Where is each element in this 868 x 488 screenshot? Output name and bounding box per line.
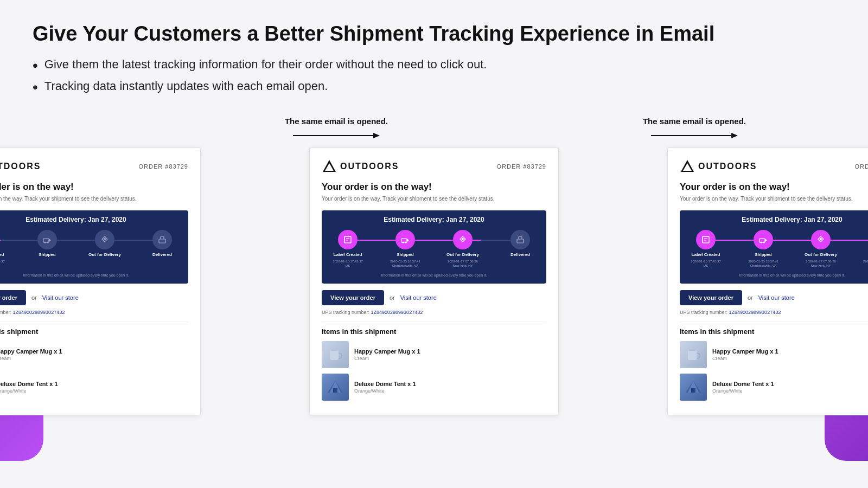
step-4-2: Delivered (504, 230, 537, 258)
svg-rect-22 (344, 236, 351, 243)
tracking-title-2: Estimated Delivery: Jan 27, 2020 (329, 216, 539, 223)
svg-point-27 (402, 242, 404, 243)
view-order-button-1[interactable]: View your order (0, 290, 26, 305)
steps-container-1: Label Created 2020-01-25 17:45:37US Sh (0, 230, 181, 268)
items-section-3: Items in this shipment Happy Camper Mug … (680, 322, 868, 401)
step-circle-2-1 (37, 230, 57, 249)
arrow-label-1: The same email is opened. (282, 112, 391, 142)
visit-store-link-2[interactable]: Visit our store (400, 294, 437, 301)
step-3-2: Out for Delivery 2020-01-27 07:08:26New … (446, 230, 479, 268)
header-section: Give Your Customers a Better Shipment Tr… (33, 22, 835, 96)
action-row-1[interactable]: View your order or Visit our store (0, 290, 188, 305)
svg-rect-14 (159, 239, 165, 243)
step-2-1: Shipped (31, 230, 63, 258)
item-row-mug-3: Happy Camper Mug x 1 Cream (680, 341, 868, 368)
svg-marker-10 (49, 239, 51, 242)
brand-logo-1: OUTDOORS (0, 159, 41, 174)
item-variant-tent-1: Orange/White (0, 388, 188, 394)
arrow-label-2: The same email is opened. (640, 112, 749, 142)
order-number-2: ORDER #83729 (497, 163, 547, 170)
svg-rect-38 (703, 236, 709, 243)
item-thumb-tent-3 (680, 374, 707, 401)
email-card-1: OUTDOORS ORDER #83729 Your order is on t… (0, 147, 201, 415)
step-detail-1-2: 2020-01-25 17:45:37US (333, 259, 363, 268)
arrow-label-text-2: The same email is opened. (643, 117, 746, 126)
item-row-mug-2: Happy Camper Mug x 1 Cream (322, 341, 546, 368)
visit-store-link-1[interactable]: Visit our store (42, 294, 79, 301)
email-header-2: OUTDOORS ORDER #83729 (322, 159, 546, 174)
svg-point-29 (462, 238, 464, 240)
item-name-tent-3: Deluxe Dome Tent x 1 (712, 381, 868, 387)
tracking-title-3: Estimated Delivery: Jan 27, 2020 (687, 216, 868, 223)
or-text-2: or (390, 294, 395, 301)
email-header-3: OUTDOORS ORDER #83729 (680, 159, 868, 174)
tracking-number-value-3[interactable]: 1Z84900298993027432 (729, 310, 781, 315)
tracking-number-value-2[interactable]: 1Z84900298993027432 (371, 310, 423, 315)
panel-2-wrapper: OUTDOORS ORDER #83729 Your order is on t… (309, 147, 559, 415)
arrow-label-text-1: The same email is opened. (285, 117, 388, 126)
tracking-number-value-1[interactable]: 1Z84900298993027432 (13, 310, 65, 315)
tracking-footer-2: Information in this email will be update… (329, 273, 539, 277)
brand-name-3: OUTDOORS (698, 162, 757, 171)
item-variant-tent-3: Orange/White (712, 388, 868, 394)
page-wrapper: Give Your Customers a Better Shipment Tr… (0, 0, 868, 488)
mug-image-2 (326, 345, 345, 364)
svg-marker-3 (731, 133, 738, 138)
delivery-icon-1 (100, 235, 110, 245)
action-row-2[interactable]: View your order or Visit our store (322, 290, 546, 305)
label-icon-3 (701, 235, 711, 245)
tracking-block-2: Estimated Delivery: Jan 27, 2020 Label C… (322, 210, 546, 284)
action-row-3[interactable]: View your order or Visit our store (680, 290, 868, 305)
item-variant-mug-2: Cream (354, 356, 546, 361)
svg-rect-31 (330, 350, 339, 360)
step-circle-3-1 (95, 230, 114, 249)
tracking-label-3: UPS tracking number: (680, 310, 727, 315)
step-circle-4-1 (152, 230, 172, 249)
item-info-mug-1: Happy Camper Mug x 1 Cream (0, 348, 188, 361)
svg-rect-51 (691, 388, 695, 393)
tracking-number-1: UPS tracking number: 1Z84900298993027432 (0, 310, 188, 315)
step-circle-3-2 (453, 230, 473, 249)
step-circle-2-2 (395, 230, 415, 249)
step-2-2: Shipped 2020-01-25 18:57:41Charlottesvil… (389, 230, 422, 268)
tracking-footer-3: Information in this email will be update… (687, 273, 868, 277)
item-info-mug-3: Happy Camper Mug x 1 Cream (712, 348, 868, 361)
svg-rect-48 (689, 349, 695, 351)
tent-image-2 (326, 377, 345, 397)
step-circle-3-3 (811, 230, 831, 249)
step-label-2-1: Shipped (39, 252, 56, 258)
item-name-mug-1: Happy Camper Mug x 1 (0, 348, 188, 355)
svg-point-44 (763, 242, 764, 243)
step-detail-2-3: 2020-01-25 18:57:41Charlottesville, VA (748, 259, 778, 268)
svg-point-28 (405, 242, 406, 243)
item-row-mug-1: Happy Camper Mug x 1 Cream (0, 341, 188, 368)
email-header-1: OUTDOORS ORDER #83729 (0, 159, 188, 174)
mug-image-3 (684, 345, 703, 364)
demo-section: The same email is opened. The same email… (33, 112, 835, 415)
view-order-button-3[interactable]: View your order (680, 290, 742, 305)
step-detail-2-2: 2020-01-25 18:57:41Charlottesville, VA (390, 259, 420, 268)
bullet-list: Give them the latest tracking informatio… (33, 57, 835, 97)
order-number-3: ORDER #83729 (855, 163, 869, 170)
steps-container-3: Label Created 2020-01-25 17:45:37US Ship… (687, 230, 868, 268)
panel-1-wrapper: OUTDOORS ORDER #83729 Your order is on t… (0, 147, 201, 415)
step-circle-1-2 (338, 230, 358, 249)
step-3-1: Out for Delivery (88, 230, 121, 258)
view-order-button-2[interactable]: View your order (322, 290, 384, 305)
svg-marker-1 (373, 133, 380, 138)
brand-name-1: OUTDOORS (0, 162, 41, 171)
email-subtext-3: Your order is on the way. Track your shi… (680, 195, 868, 203)
step-detail-3-2: 2020-01-27 07:08:26New York, NY (448, 259, 478, 268)
step-label-2-2: Shipped (397, 252, 414, 258)
step-label-3-3: Out for Delivery (805, 252, 837, 258)
items-title-1: Items in this shipment (0, 328, 188, 336)
svg-point-43 (760, 242, 762, 243)
items-title-2: Items in this shipment (322, 328, 546, 336)
visit-store-link-3[interactable]: Visit our store (758, 294, 795, 301)
step-detail-4-3: 2020-01-27 14:28:11New York, NY (863, 259, 868, 268)
tracking-block-3: Estimated Delivery: Jan 27, 2020 Label C… (680, 210, 868, 284)
step-label-1-3: Label Created (692, 252, 720, 258)
steps-container-2: Label Created 2020-01-25 17:45:37US Ship… (329, 230, 539, 268)
item-info-tent-1: Deluxe Dome Tent x 1 Orange/White (0, 381, 188, 394)
tracking-number-3: UPS tracking number: 1Z84900298993027432 (680, 310, 868, 315)
